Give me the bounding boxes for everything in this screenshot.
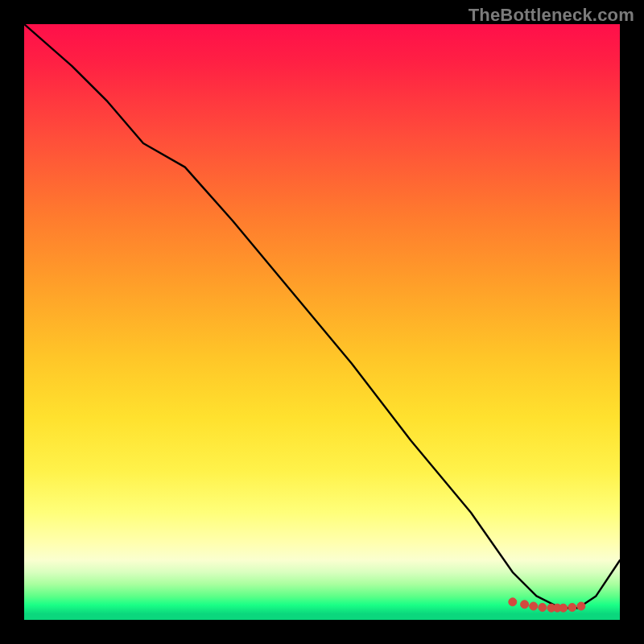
bottleneck-curve [24, 24, 620, 608]
watermark-text: TheBottleneck.com [469, 5, 634, 26]
chart-frame: TheBottleneck.com [0, 0, 644, 644]
marker-dot [559, 604, 568, 612]
marker-cluster [509, 598, 585, 612]
curve-layer [24, 24, 620, 620]
plot-area [24, 24, 620, 620]
marker-dot [521, 601, 529, 609]
marker-dot [568, 604, 576, 612]
marker-dot [577, 602, 585, 610]
marker-dot [530, 602, 538, 610]
marker-dot [509, 598, 517, 606]
marker-dot [539, 604, 547, 612]
